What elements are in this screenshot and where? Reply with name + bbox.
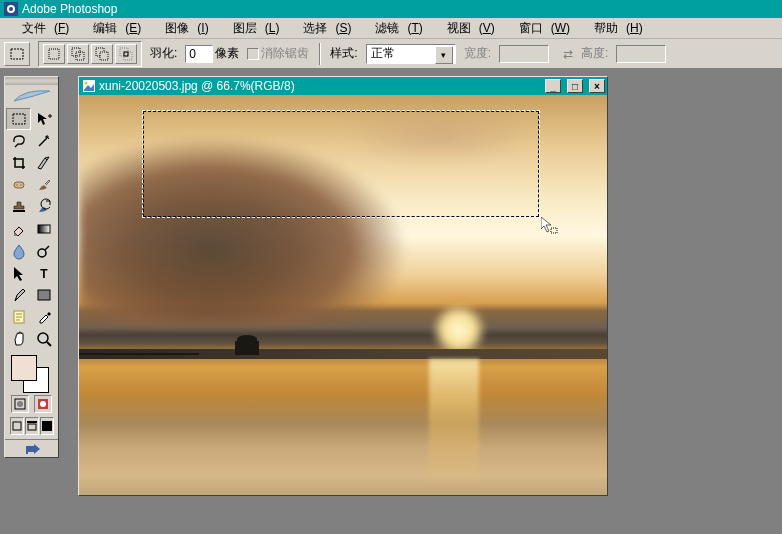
document-icon [83, 80, 95, 92]
svg-rect-16 [13, 210, 25, 212]
new-selection-icon[interactable] [43, 44, 65, 64]
antialias-checkbox [247, 48, 259, 60]
tool-notes[interactable] [6, 306, 31, 328]
tool-grid: T [5, 107, 58, 351]
svg-rect-3 [11, 49, 23, 59]
mask-mode-row [5, 393, 58, 415]
intersect-selection-icon[interactable] [115, 44, 137, 64]
swap-icon: ⇄ [563, 47, 573, 61]
svg-point-32 [85, 82, 88, 85]
cursor-icon [541, 217, 557, 233]
current-tool-icon[interactable] [4, 42, 30, 66]
screen-mode-row [5, 415, 58, 439]
svg-point-22 [38, 333, 48, 343]
tool-dodge[interactable] [32, 240, 57, 262]
jump-to-icon[interactable] [5, 439, 58, 457]
options-bar: 羽化: 像素 消除锯齿 样式: 正常 宽度: ⇄ 高度: [0, 38, 782, 68]
screen-full-icon[interactable] [40, 417, 54, 435]
subtract-selection-icon[interactable] [91, 44, 113, 64]
antialias-label: 消除锯齿 [261, 45, 309, 62]
tool-shape[interactable] [32, 284, 57, 306]
document-title: xuni-20020503.jpg @ 66.7%(RGB/8) [99, 79, 295, 93]
marquee-selection[interactable] [143, 111, 539, 217]
screen-standard-icon[interactable] [10, 417, 24, 435]
svg-rect-27 [13, 422, 21, 430]
tool-zoom[interactable] [32, 328, 57, 350]
app-titlebar: Adobe Photoshop [0, 0, 782, 18]
tool-eyedropper[interactable] [32, 306, 57, 328]
style-label: 样式: [330, 45, 357, 62]
menu-file[interactable]: 文件(F) [6, 18, 77, 39]
svg-point-2 [9, 7, 13, 11]
menu-edit[interactable]: 编辑(E) [77, 18, 149, 39]
svg-rect-17 [38, 225, 50, 233]
marquee-modes [38, 41, 142, 67]
app-title: Adobe Photoshop [22, 2, 117, 16]
document-canvas[interactable] [79, 95, 607, 495]
tool-healing[interactable] [6, 174, 31, 196]
quickmask-mode-icon[interactable] [34, 395, 52, 413]
menu-filter[interactable]: 滤镜(T) [359, 18, 430, 39]
tool-move[interactable] [32, 108, 57, 130]
minimize-button[interactable]: _ [545, 79, 561, 93]
svg-rect-12 [13, 114, 25, 124]
workspace: T xuni-20020503.jpg @ 66.7%(RGB/8) _ □ × [0, 68, 782, 534]
menubar: 文件(F) 编辑(E) 图像(I) 图层(L) 选择(S) 滤镜(T) 视图(V… [0, 18, 782, 38]
feather-unit: 像素 [215, 45, 239, 62]
menu-select[interactable]: 选择(S) [287, 18, 359, 39]
tool-lasso[interactable] [6, 130, 31, 152]
tool-brush[interactable] [32, 174, 57, 196]
height-label: 高度: [581, 45, 608, 62]
standard-mode-icon[interactable] [11, 395, 29, 413]
menu-view[interactable]: 视图(V) [431, 18, 503, 39]
svg-rect-28 [27, 421, 37, 423]
close-button[interactable]: × [589, 79, 605, 93]
height-input [616, 45, 666, 63]
tool-blur[interactable] [6, 240, 31, 262]
tool-pen[interactable] [6, 284, 31, 306]
svg-point-14 [16, 184, 17, 185]
add-selection-icon[interactable] [67, 44, 89, 64]
tool-wand[interactable] [32, 130, 57, 152]
menu-image[interactable]: 图像(I) [149, 18, 216, 39]
tool-stamp[interactable] [6, 196, 31, 218]
toolbox-drag-handle[interactable] [5, 77, 58, 85]
feather-label: 羽化: [150, 45, 177, 62]
svg-rect-4 [49, 49, 59, 59]
svg-rect-13 [14, 182, 24, 188]
tool-gradient[interactable] [32, 218, 57, 240]
svg-point-18 [38, 249, 46, 257]
maximize-button[interactable]: □ [567, 79, 583, 93]
tool-crop[interactable] [6, 152, 31, 174]
tool-marquee-rect[interactable] [6, 108, 31, 130]
svg-point-26 [40, 401, 46, 407]
document-titlebar[interactable]: xuni-20020503.jpg @ 66.7%(RGB/8) _ □ × [79, 77, 607, 95]
color-swatches [5, 351, 58, 393]
tool-slice[interactable] [32, 152, 57, 174]
width-input [499, 45, 549, 63]
feather-icon [5, 85, 58, 107]
svg-text:T: T [40, 267, 48, 281]
menu-layer[interactable]: 图层(L) [217, 18, 288, 39]
menu-window[interactable]: 窗口(W) [503, 18, 578, 39]
tool-hand[interactable] [6, 328, 31, 350]
toolbox: T [4, 76, 59, 458]
svg-rect-30 [42, 421, 52, 431]
svg-point-15 [20, 184, 21, 185]
foreground-color[interactable] [11, 355, 37, 381]
app-icon [4, 2, 18, 16]
svg-rect-29 [28, 424, 36, 430]
screen-full-menu-icon[interactable] [25, 417, 39, 435]
svg-rect-33 [551, 228, 557, 233]
document-window: xuni-20020503.jpg @ 66.7%(RGB/8) _ □ × [78, 76, 608, 496]
tool-eraser[interactable] [6, 218, 31, 240]
menu-help[interactable]: 帮助(H) [578, 18, 651, 39]
tool-path-select[interactable] [6, 262, 31, 284]
feather-input[interactable] [185, 45, 213, 63]
style-dropdown[interactable]: 正常 [366, 44, 456, 64]
tool-history-brush[interactable] [32, 196, 57, 218]
separator [319, 43, 320, 65]
svg-rect-20 [38, 290, 50, 300]
width-label: 宽度: [464, 45, 491, 62]
tool-type[interactable]: T [32, 262, 57, 284]
